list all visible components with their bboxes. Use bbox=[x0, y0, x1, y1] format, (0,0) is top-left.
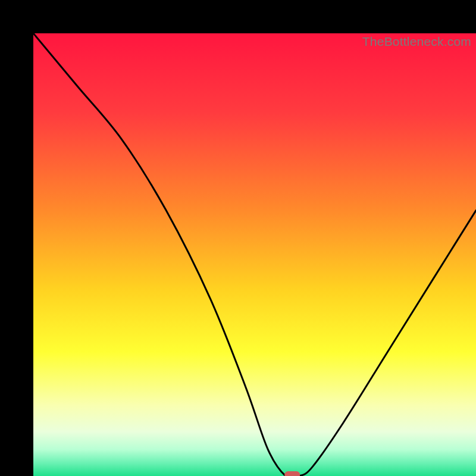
chart-frame: TheBottleneck.com bbox=[0, 0, 476, 476]
plot-area: TheBottleneck.com bbox=[33, 33, 476, 476]
gradient-background bbox=[33, 33, 476, 476]
optimal-marker bbox=[284, 471, 300, 476]
bottleneck-chart bbox=[33, 33, 476, 476]
watermark-label: TheBottleneck.com bbox=[362, 35, 471, 49]
